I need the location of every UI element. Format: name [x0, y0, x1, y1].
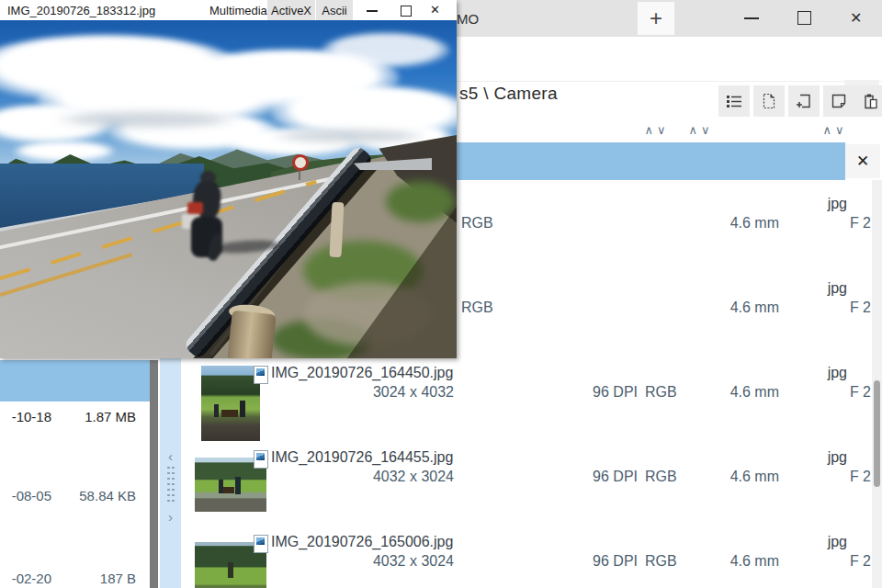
main-window-title: MO	[457, 11, 479, 27]
viewer-close-button[interactable]: ✕	[430, 3, 440, 17]
photo-canvas[interactable]	[0, 20, 457, 358]
note-button[interactable]	[823, 85, 854, 117]
sort-down-icon: ∨	[701, 123, 714, 137]
file-colormode: RGB	[645, 469, 677, 485]
add-page-icon	[795, 92, 813, 110]
sign-post	[299, 170, 300, 180]
person	[235, 477, 241, 494]
file-name: IMG_20190726_164450.jpg	[271, 365, 453, 381]
left-pane-row[interactable]: -08-05 58.84 KB	[0, 488, 147, 506]
file-row[interactable]: IMG_20190726_164455.jpg jpg 2019-07-26 7…	[184, 449, 871, 532]
file-focal: 4.6 mm	[706, 384, 779, 401]
viewer-minimize-button[interactable]	[367, 10, 378, 12]
sort-down-icon: ∨	[657, 123, 670, 137]
new-file-icon	[760, 92, 778, 110]
note-icon	[830, 92, 848, 110]
cloud-shadow	[271, 129, 427, 143]
sort-down-icon: ∨	[835, 123, 848, 137]
file-focal: 4.6 mm	[706, 215, 779, 232]
file-aperture: F 2	[816, 469, 871, 485]
file-name: IMG_20190726_165006.jpg	[271, 534, 453, 550]
menu-multimedia[interactable]: Multimedia	[203, 0, 274, 20]
splitter-grip[interactable]	[166, 465, 175, 505]
list-view-icon	[725, 92, 743, 110]
left-pane-scrollbar[interactable]	[150, 360, 158, 588]
close-button[interactable]: ✕	[850, 9, 862, 27]
file-size: 1.87 MB	[53, 409, 136, 424]
minimize-button[interactable]	[744, 17, 759, 19]
file-colormode: RGB	[645, 553, 677, 570]
image-file-icon	[254, 366, 268, 384]
screen: MO + ✕ s5 \ Camera ∨	[0, 0, 882, 588]
file-aperture: F 2	[816, 215, 871, 232]
file-ext: jpg	[786, 449, 847, 466]
file-row[interactable]: IMG_20190726_164450.jpg jpg 2019-07-26 6…	[184, 365, 871, 447]
file-aperture: F 2	[816, 553, 871, 570]
photo-thumbnail	[201, 366, 260, 441]
file-ext: jpg	[786, 534, 847, 550]
new-tab-button[interactable]: +	[638, 2, 674, 35]
viewer-title: IMG_20190726_183312.jpg	[7, 4, 155, 17]
filter-close-button[interactable]: ✕	[845, 144, 880, 178]
motorcyclist	[180, 165, 239, 263]
road-sign	[292, 154, 309, 171]
left-pane-row[interactable]: -02-20 187 B	[0, 571, 147, 588]
image-viewer-window: IMG_20190726_183312.jpg Multimedia Activ…	[0, 0, 457, 358]
person	[214, 404, 219, 417]
person	[228, 562, 233, 578]
menu-activex[interactable]: ActiveX	[267, 0, 315, 20]
sort-up-icon: ∧	[688, 123, 701, 137]
paste-button[interactable]	[854, 85, 882, 117]
file-date: -08-05	[0, 488, 51, 503]
file-colormode: RGB	[461, 215, 493, 232]
file-dpi: 96 DPI	[573, 553, 638, 570]
collapse-left-icon[interactable]: ‹	[160, 448, 181, 464]
file-colormode: RGB	[645, 384, 677, 401]
file-name: IMG_20190726_164455.jpg	[271, 449, 453, 466]
file-aperture: F 2	[816, 384, 871, 401]
person	[240, 401, 245, 417]
bench	[221, 410, 238, 417]
left-pane-row[interactable]: -10-18 1.87 MB	[0, 409, 147, 427]
breadcrumb-path[interactable]: s5 \ Camera	[459, 84, 558, 104]
new-file-button[interactable]	[753, 85, 785, 117]
file-dpi: 96 DPI	[573, 384, 638, 401]
sort-up-icon: ∧	[822, 123, 835, 137]
file-dpi: 96 DPI	[573, 469, 638, 485]
add-page-button[interactable]	[788, 85, 820, 117]
file-focal: 4.6 mm	[706, 469, 779, 485]
file-ext: jpg	[786, 196, 847, 212]
file-dimensions: 4032 x 3024	[270, 469, 454, 485]
collapse-right-icon[interactable]: ›	[160, 509, 181, 525]
file-aperture: F 2	[816, 300, 871, 316]
left-pane-selected-row[interactable]	[0, 360, 150, 401]
bench	[223, 487, 234, 493]
wooden-post	[227, 311, 276, 358]
sort-toggle-type[interactable]: ∧ ∨	[641, 121, 673, 138]
viewer-titlebar[interactable]: IMG_20190726_183312.jpg Multimedia Activ…	[0, 0, 457, 20]
file-date: -02-20	[0, 571, 51, 586]
grass-patch	[386, 181, 455, 222]
scrollbar-thumb[interactable]	[874, 380, 880, 487]
maximize-button[interactable]	[797, 11, 811, 25]
file-ext: jpg	[786, 280, 847, 297]
viewer-maximize-button[interactable]	[401, 6, 412, 17]
paste-icon	[861, 92, 879, 110]
menu-ascii[interactable]: Ascii	[316, 0, 353, 20]
file-date: -10-18	[0, 409, 51, 424]
file-focal: 4.6 mm	[706, 553, 779, 570]
file-ext: jpg	[786, 365, 847, 381]
file-size: 187 B	[53, 571, 136, 586]
cloud-shadow	[55, 110, 239, 129]
list-view-button[interactable]	[718, 85, 750, 117]
file-dimensions: 3024 x 4032	[270, 384, 454, 401]
file-size: 58.84 KB	[53, 488, 136, 503]
sort-toggle-date[interactable]: ∧ ∨	[685, 121, 717, 138]
image-file-icon	[254, 450, 268, 469]
close-icon: ✕	[856, 152, 869, 171]
file-row[interactable]: IMG_20190726_165006.jpg jpg 2019-07-26 7…	[184, 534, 871, 588]
image-file-icon	[254, 535, 268, 553]
sort-toggle-size[interactable]: ∧ ∨	[820, 121, 851, 138]
file-dimensions: 4032 x 3024	[270, 553, 454, 570]
file-focal: 4.6 mm	[706, 300, 779, 316]
